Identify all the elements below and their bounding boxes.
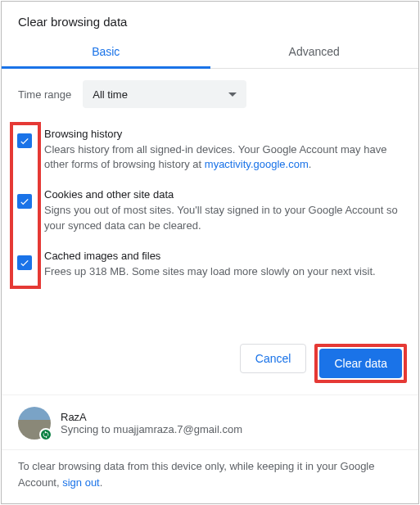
sign-out-link[interactable]: sign out — [62, 476, 100, 489]
option-title: Browsing history — [44, 128, 402, 140]
tab-basic[interactable]: Basic — [2, 37, 210, 68]
highlight-annotation-clear-button: Clear data — [314, 344, 407, 383]
option-description: Clears history from all signed-in device… — [44, 142, 402, 172]
dialog-title: Clear browsing data — [2, 2, 418, 37]
checkmark-icon — [19, 257, 30, 268]
option-cookies: Cookies and other site data Signs you ou… — [13, 182, 407, 242]
clear-browsing-data-dialog: Clear browsing data Basic Advanced Time … — [1, 1, 419, 504]
option-title: Cached images and files — [44, 250, 402, 262]
dialog-buttons: Cancel Clear data — [2, 332, 418, 395]
option-description: Frees up 318 MB. Some sites may load mor… — [44, 264, 402, 279]
checkbox-cache[interactable] — [17, 255, 32, 270]
tab-advanced[interactable]: Advanced — [210, 37, 419, 68]
footer-note: To clear browsing data from this device … — [2, 449, 418, 503]
checkmark-icon — [19, 135, 30, 147]
account-text: RazA Syncing to muajjamraza.7@gmail.com — [61, 411, 242, 435]
chevron-down-icon — [228, 92, 237, 97]
checkbox-cookies[interactable] — [17, 194, 32, 209]
checkbox-browsing-history[interactable] — [17, 133, 32, 148]
account-row: RazA Syncing to muajjamraza.7@gmail.com — [2, 395, 418, 449]
cancel-button[interactable]: Cancel — [240, 344, 307, 373]
option-title: Cookies and other site data — [44, 188, 402, 201]
account-name: RazA — [61, 411, 242, 423]
clear-data-button[interactable]: Clear data — [319, 349, 402, 378]
time-range-value: All time — [93, 88, 128, 101]
option-description: Signs you out of most sites. You'll stay… — [44, 203, 402, 232]
time-range-row: Time range All time — [2, 69, 418, 116]
account-sync-status: Syncing to muajjamraza.7@gmail.com — [61, 423, 242, 435]
checkmark-icon — [19, 196, 30, 207]
option-browsing-history: Browsing history Clears history from all… — [13, 121, 407, 182]
time-range-select[interactable]: All time — [83, 80, 246, 108]
options-list: Browsing history Clears history from all… — [2, 116, 418, 289]
time-range-label: Time range — [18, 88, 71, 101]
tab-advanced-label: Advanced — [289, 45, 340, 58]
tab-basic-label: Basic — [92, 45, 120, 58]
avatar — [18, 407, 51, 440]
option-cache: Cached images and files Frees up 318 MB.… — [13, 243, 407, 289]
tabs: Basic Advanced — [2, 37, 418, 69]
sync-badge-icon — [39, 428, 52, 441]
myactivity-link[interactable]: myactivity.google.com — [205, 158, 309, 170]
